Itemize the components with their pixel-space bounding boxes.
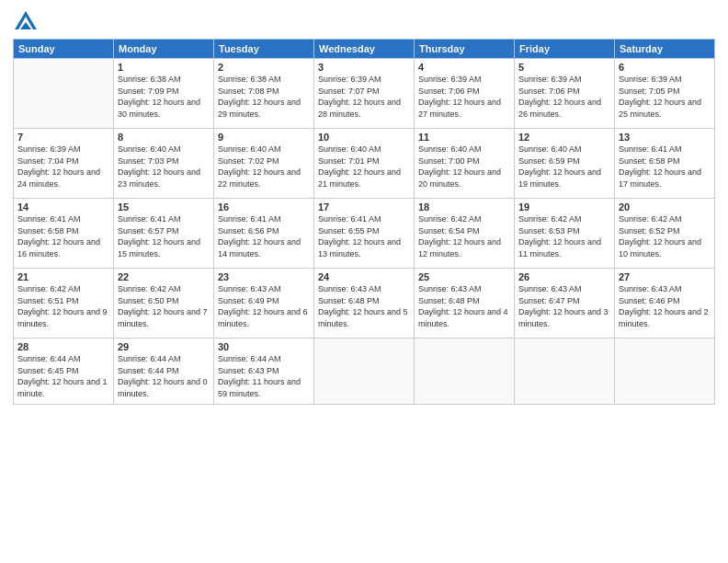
calendar-cell: 19Sunrise: 6:42 AMSunset: 6:53 PMDayligh… <box>515 199 615 269</box>
day-info: Sunrise: 6:40 AMSunset: 7:01 PMDaylight:… <box>318 144 410 190</box>
day-info: Sunrise: 6:41 AMSunset: 6:58 PMDaylight:… <box>17 213 109 259</box>
calendar-cell: 9Sunrise: 6:40 AMSunset: 7:02 PMDaylight… <box>214 129 314 199</box>
day-info: Sunrise: 6:40 AMSunset: 7:02 PMDaylight:… <box>218 144 310 190</box>
day-number: 14 <box>17 201 109 213</box>
day-info: Sunrise: 6:43 AMSunset: 6:48 PMDaylight:… <box>418 283 510 329</box>
day-number: 7 <box>17 132 109 143</box>
calendar-cell: 11Sunrise: 6:40 AMSunset: 7:00 PMDayligh… <box>415 129 515 199</box>
day-number: 29 <box>118 341 210 352</box>
day-info: Sunrise: 6:41 AMSunset: 6:57 PMDaylight:… <box>118 213 210 259</box>
day-info: Sunrise: 6:42 AMSunset: 6:53 PMDaylight:… <box>518 213 610 259</box>
calendar-cell: 21Sunrise: 6:42 AMSunset: 6:51 PMDayligh… <box>14 269 114 339</box>
logo <box>13 9 41 35</box>
day-info: Sunrise: 6:44 AMSunset: 6:43 PMDaylight:… <box>218 353 310 399</box>
calendar-cell: 16Sunrise: 6:41 AMSunset: 6:56 PMDayligh… <box>214 199 314 269</box>
day-number: 21 <box>17 271 109 282</box>
day-info: Sunrise: 6:38 AMSunset: 7:08 PMDaylight:… <box>218 74 310 120</box>
day-info: Sunrise: 6:39 AMSunset: 7:07 PMDaylight:… <box>318 74 410 120</box>
calendar-cell: 22Sunrise: 6:42 AMSunset: 6:50 PMDayligh… <box>114 269 214 339</box>
day-info: Sunrise: 6:43 AMSunset: 6:49 PMDaylight:… <box>218 283 310 329</box>
day-number: 16 <box>218 201 310 213</box>
calendar-cell: 6Sunrise: 6:39 AMSunset: 7:05 PMDaylight… <box>615 59 715 129</box>
day-number: 26 <box>518 271 610 282</box>
calendar-cell: 12Sunrise: 6:40 AMSunset: 6:59 PMDayligh… <box>515 129 615 199</box>
day-number: 3 <box>318 62 410 73</box>
calendar-cell <box>615 339 715 405</box>
day-number: 11 <box>418 132 510 143</box>
day-info: Sunrise: 6:43 AMSunset: 6:48 PMDaylight:… <box>318 283 410 329</box>
calendar-cell: 27Sunrise: 6:43 AMSunset: 6:46 PMDayligh… <box>615 269 715 339</box>
calendar-cell <box>14 59 114 129</box>
day-number: 9 <box>218 132 310 143</box>
calendar-cell: 8Sunrise: 6:40 AMSunset: 7:03 PMDaylight… <box>114 129 214 199</box>
day-number: 28 <box>17 341 109 352</box>
calendar-cell: 23Sunrise: 6:43 AMSunset: 6:49 PMDayligh… <box>214 269 314 339</box>
calendar-cell: 14Sunrise: 6:41 AMSunset: 6:58 PMDayligh… <box>14 199 114 269</box>
day-info: Sunrise: 6:39 AMSunset: 7:06 PMDaylight:… <box>418 74 510 120</box>
day-number: 2 <box>218 62 310 73</box>
calendar-cell: 15Sunrise: 6:41 AMSunset: 6:57 PMDayligh… <box>114 199 214 269</box>
header-row: SundayMondayTuesdayWednesdayThursdayFrid… <box>14 40 715 59</box>
calendar-table: SundayMondayTuesdayWednesdayThursdayFrid… <box>13 39 715 405</box>
day-info: Sunrise: 6:38 AMSunset: 7:09 PMDaylight:… <box>118 74 210 120</box>
day-number: 4 <box>418 62 510 73</box>
day-info: Sunrise: 6:39 AMSunset: 7:04 PMDaylight:… <box>17 144 109 190</box>
day-info: Sunrise: 6:43 AMSunset: 6:46 PMDaylight:… <box>619 283 711 329</box>
col-header-wednesday: Wednesday <box>314 40 415 59</box>
calendar-cell <box>515 339 615 405</box>
day-number: 6 <box>619 62 711 73</box>
day-number: 19 <box>518 201 610 213</box>
day-info: Sunrise: 6:41 AMSunset: 6:58 PMDaylight:… <box>619 144 711 190</box>
day-number: 8 <box>118 132 210 143</box>
week-row-4: 28Sunrise: 6:44 AMSunset: 6:45 PMDayligh… <box>14 339 715 405</box>
calendar-cell: 1Sunrise: 6:38 AMSunset: 7:09 PMDaylight… <box>114 59 214 129</box>
day-info: Sunrise: 6:42 AMSunset: 6:52 PMDaylight:… <box>619 213 711 259</box>
calendar-cell: 4Sunrise: 6:39 AMSunset: 7:06 PMDaylight… <box>415 59 515 129</box>
day-number: 12 <box>518 132 610 143</box>
page-container: SundayMondayTuesdayWednesdayThursdayFrid… <box>0 0 728 412</box>
day-number: 15 <box>118 201 210 213</box>
calendar-cell: 10Sunrise: 6:40 AMSunset: 7:01 PMDayligh… <box>314 129 415 199</box>
day-number: 24 <box>318 271 410 282</box>
day-info: Sunrise: 6:41 AMSunset: 6:55 PMDaylight:… <box>318 213 410 259</box>
calendar-cell: 20Sunrise: 6:42 AMSunset: 6:52 PMDayligh… <box>615 199 715 269</box>
day-number: 25 <box>418 271 510 282</box>
col-header-friday: Friday <box>515 40 615 59</box>
day-info: Sunrise: 6:44 AMSunset: 6:44 PMDaylight:… <box>118 353 210 399</box>
calendar-cell: 13Sunrise: 6:41 AMSunset: 6:58 PMDayligh… <box>615 129 715 199</box>
calendar-cell <box>415 339 515 405</box>
day-info: Sunrise: 6:44 AMSunset: 6:45 PMDaylight:… <box>17 353 109 399</box>
day-info: Sunrise: 6:42 AMSunset: 6:51 PMDaylight:… <box>17 283 109 329</box>
calendar-cell: 24Sunrise: 6:43 AMSunset: 6:48 PMDayligh… <box>314 269 415 339</box>
day-info: Sunrise: 6:40 AMSunset: 6:59 PMDaylight:… <box>518 144 610 190</box>
col-header-monday: Monday <box>114 40 214 59</box>
day-info: Sunrise: 6:39 AMSunset: 7:06 PMDaylight:… <box>518 74 610 120</box>
calendar-cell: 25Sunrise: 6:43 AMSunset: 6:48 PMDayligh… <box>415 269 515 339</box>
day-number: 5 <box>518 62 610 73</box>
calendar-cell: 18Sunrise: 6:42 AMSunset: 6:54 PMDayligh… <box>415 199 515 269</box>
day-number: 22 <box>118 271 210 282</box>
calendar-cell: 26Sunrise: 6:43 AMSunset: 6:47 PMDayligh… <box>515 269 615 339</box>
day-info: Sunrise: 6:40 AMSunset: 7:03 PMDaylight:… <box>118 144 210 190</box>
day-number: 23 <box>218 271 310 282</box>
calendar-cell: 28Sunrise: 6:44 AMSunset: 6:45 PMDayligh… <box>14 339 114 405</box>
day-number: 27 <box>619 271 711 282</box>
day-info: Sunrise: 6:43 AMSunset: 6:47 PMDaylight:… <box>518 283 610 329</box>
day-number: 1 <box>118 62 210 73</box>
day-info: Sunrise: 6:39 AMSunset: 7:05 PMDaylight:… <box>619 74 711 120</box>
logo-icon <box>13 9 39 35</box>
col-header-tuesday: Tuesday <box>214 40 314 59</box>
calendar-cell: 17Sunrise: 6:41 AMSunset: 6:55 PMDayligh… <box>314 199 415 269</box>
day-number: 30 <box>218 341 310 352</box>
day-info: Sunrise: 6:42 AMSunset: 6:50 PMDaylight:… <box>118 283 210 329</box>
day-info: Sunrise: 6:42 AMSunset: 6:54 PMDaylight:… <box>418 213 510 259</box>
week-row-3: 21Sunrise: 6:42 AMSunset: 6:51 PMDayligh… <box>14 269 715 339</box>
calendar-cell: 2Sunrise: 6:38 AMSunset: 7:08 PMDaylight… <box>214 59 314 129</box>
calendar-cell <box>314 339 415 405</box>
week-row-2: 14Sunrise: 6:41 AMSunset: 6:58 PMDayligh… <box>14 199 715 269</box>
day-number: 17 <box>318 201 410 213</box>
day-number: 10 <box>318 132 410 143</box>
calendar-cell: 29Sunrise: 6:44 AMSunset: 6:44 PMDayligh… <box>114 339 214 405</box>
calendar-cell: 5Sunrise: 6:39 AMSunset: 7:06 PMDaylight… <box>515 59 615 129</box>
col-header-sunday: Sunday <box>14 40 114 59</box>
